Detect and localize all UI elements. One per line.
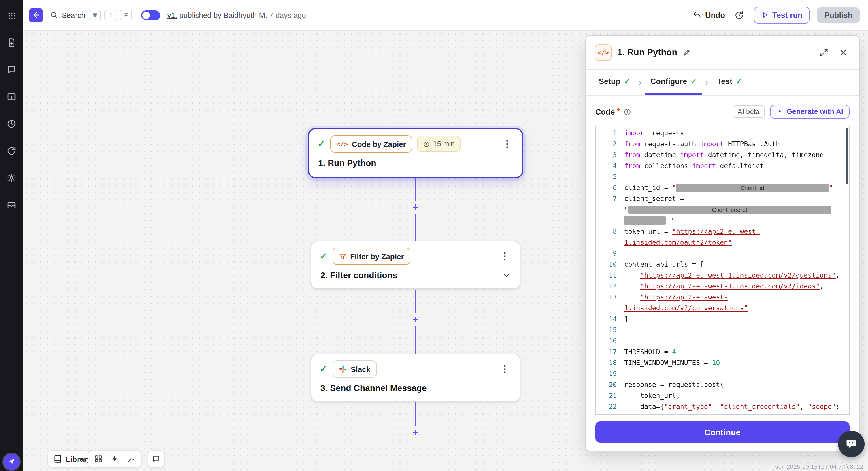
redacted-secret: . [624,216,666,224]
step-title: 1. Run Python [318,158,376,168]
generate-with-ai-button[interactable]: Generate with AI [770,105,849,119]
zapier-editor: Search ⌘ ⇧ F v1. published by Baidhyuth … [0,0,868,471]
table-icon[interactable] [5,91,18,103]
published-by-text: published by Baidhyuth M. [179,11,267,19]
file-plus-icon[interactable] [5,36,18,49]
code-line: 1.insided.com/v2/conversations" [596,303,849,314]
tab-configure[interactable]: Configure ✓ [645,70,702,95]
step-title: 2. Filter conditions [320,270,397,280]
version-link[interactable]: v1. [167,11,177,19]
zap-on-toggle[interactable] [141,10,160,20]
settings-gear-icon[interactable] [5,172,18,184]
check-icon: ✓ [320,251,327,261]
toggle-knob [142,11,150,19]
code-line: 10content_api_urls = [ [596,259,849,270]
chevron-right-icon: › [638,77,643,88]
feedback-chat-icon[interactable] [148,450,165,468]
code-line: 11 "https://api2-eu-west-1.insided.com/v… [596,270,849,281]
step-card-filter[interactable]: ✓ Filter by Zapier ⋮ 2. Filter condition… [311,241,521,289]
test-run-label: Test run [772,11,803,19]
chevron-right-icon: › [704,77,710,88]
publish-button[interactable]: Publish [817,7,860,23]
undo-icon [693,11,702,19]
kebab-menu-icon[interactable]: ⋮ [499,365,511,374]
publish-label: Publish [824,11,852,19]
history-icon[interactable] [732,7,747,23]
zap-runs-icon[interactable] [5,144,18,157]
code-line: 1import requests [596,128,849,139]
blocks-grid-icon[interactable] [92,452,105,466]
kbd-cmd: ⌘ [89,10,101,20]
book-icon [54,455,62,463]
stack-drawer-icon[interactable] [5,199,18,211]
step-config-panel: </> 1. Run Python × Setup ✓ › Configure … [585,35,860,451]
app-name: Code by Zapier [352,140,406,148]
search-label: Search [62,11,85,19]
build-version-text: ver. 2025-10-15T17:04-74fc8d22 [775,463,863,470]
zap-status: v1. published by Baidhyuth M. 7 days ago [167,11,306,19]
info-icon[interactable] [624,108,631,115]
left-sidebar [0,0,23,471]
expand-icon[interactable] [817,45,831,59]
code-line: 12 "https://api2-eu-west-1.insided.com/v… [596,281,849,292]
code-line: 19 [596,369,849,379]
topbar-actions: Undo Test run Publish [693,7,862,23]
connector-line [415,327,416,354]
app-pill-filter-by-zapier[interactable]: Filter by Zapier [332,247,410,265]
history-clock-icon[interactable] [5,117,18,130]
editor-scrollbar[interactable] [845,128,848,184]
kebab-menu-icon[interactable]: ⋮ [501,139,514,148]
kebab-menu-icon[interactable]: ⋮ [499,251,511,261]
kbd-shift: ⇧ [104,10,117,20]
connector-line [415,402,416,426]
sparkle-icon [776,108,783,115]
chat-bubble-icon [845,438,858,450]
published-time: 7 days ago [270,11,306,19]
code-line: 7client_secret = [596,194,849,204]
panel-body: Code * AI beta Generate with AI 1import … [586,96,859,451]
add-step-button[interactable]: + [409,313,422,326]
navigation-compass-button[interactable] [3,454,20,470]
timer-icon [423,140,430,147]
continue-button[interactable]: Continue [595,422,849,443]
code-editor[interactable]: 1import requests2from requests.auth impo… [595,126,849,414]
chevron-down-icon[interactable] [502,270,511,279]
tab-setup[interactable]: Setup ✓ [594,70,635,95]
message-icon[interactable] [5,63,18,76]
kbd-f: F [120,10,132,20]
connector-line [415,290,416,313]
step-card-slack[interactable]: ✓ Slack ⋮ 3. Send Channel Message [311,354,521,402]
code-line: 17THRESHOLD = 4 [596,347,849,358]
code-lines: 1import requests2from requests.auth impo… [596,126,849,414]
panel-tabs: Setup ✓ › Configure ✓ › Test ✓ [586,70,859,96]
code-line: 2from requests.auth import HTTPBasicAuth [596,139,849,150]
search-button[interactable]: Search ⌘ ⇧ F [50,10,132,20]
app-pill-slack[interactable]: Slack [332,361,377,378]
code-line: 3from datetime import datetime, timedelt… [596,150,849,161]
code-line: 6client_id = "Client_id" [596,182,849,194]
code-line: 21 token_url, [596,391,849,401]
add-step-button[interactable]: + [409,426,422,439]
step-title: 3. Send Channel Message [320,383,427,393]
step-card-run-python[interactable]: ✓ </> Code by Zapier 15 min ⋮ 1. Run Pyt… [308,128,523,178]
lightning-bolt-icon[interactable] [108,452,122,466]
apps-grid-icon[interactable] [5,9,18,22]
tab-test[interactable]: Test ✓ [712,70,747,95]
close-icon[interactable]: × [836,45,850,59]
app-pill-code-by-zapier[interactable]: </> Code by Zapier [330,135,412,153]
add-step-button[interactable]: + [409,201,422,214]
test-run-button[interactable]: Test run [754,7,810,23]
canvas-toolbar [88,450,142,468]
chat-widget-button[interactable] [838,431,865,457]
duration-label: 15 min [433,140,455,148]
code-line: 9 [596,248,849,259]
undo-button[interactable]: Undo [693,11,725,19]
slack-icon [339,365,347,373]
redacted-secret: Client_secret [628,205,831,213]
edit-pencil-icon[interactable] [683,48,691,57]
duration-badge: 15 min [417,136,461,152]
back-button[interactable] [29,8,43,22]
code-line: 15 [596,325,849,336]
play-icon [762,11,768,19]
magic-wand-icon[interactable] [124,452,138,466]
